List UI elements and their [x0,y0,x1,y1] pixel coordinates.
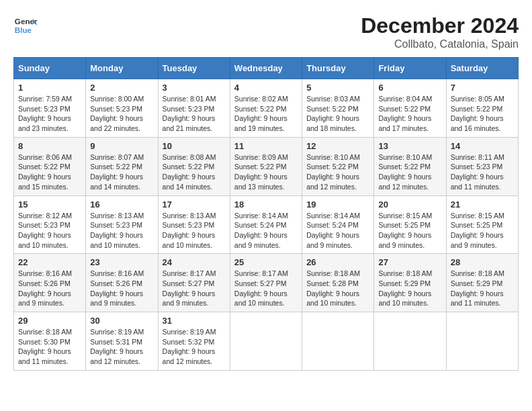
calendar-cell [446,312,518,371]
calendar-cell [374,312,446,371]
day-number: 5 [306,83,369,93]
calendar-cell: 13Sunrise: 8:10 AMSunset: 5:22 PMDayligh… [374,137,446,195]
day-info: Sunrise: 8:13 AMSunset: 5:23 PMDaylight:… [90,211,153,250]
day-info: Sunrise: 8:11 AMSunset: 5:23 PMDaylight:… [451,152,514,192]
day-info: Sunrise: 8:19 AMSunset: 5:32 PMDaylight:… [163,327,226,367]
day-info: Sunrise: 8:14 AMSunset: 5:24 PMDaylight:… [306,211,369,250]
day-info: Sunrise: 8:06 AMSunset: 5:22 PMDaylight:… [18,152,81,192]
calendar-cell: 5Sunrise: 8:03 AMSunset: 5:22 PMDaylight… [302,79,374,138]
header-day-sunday: Sunday [14,58,86,79]
day-info: Sunrise: 8:02 AMSunset: 5:22 PMDaylight:… [234,94,298,134]
title-area: December 2024 Collbato, Catalonia, Spain [361,13,519,50]
day-number: 25 [234,257,298,267]
day-number: 27 [378,257,441,267]
day-number: 31 [163,316,226,326]
day-info: Sunrise: 8:09 AMSunset: 5:22 PMDaylight:… [234,152,298,192]
day-number: 15 [18,199,81,210]
calendar-table: SundayMondayTuesdayWednesdayThursdayFrid… [13,57,519,371]
calendar-cell: 4Sunrise: 8:02 AMSunset: 5:22 PMDaylight… [230,79,302,138]
day-info: Sunrise: 8:12 AMSunset: 5:23 PMDaylight:… [18,211,81,250]
day-number: 16 [90,199,153,210]
header-day-wednesday: Wednesday [230,58,302,79]
day-number: 1 [18,83,81,93]
day-number: 14 [451,141,514,151]
day-info: Sunrise: 8:00 AMSunset: 5:23 PMDaylight:… [90,94,153,134]
calendar-cell: 11Sunrise: 8:09 AMSunset: 5:22 PMDayligh… [230,137,302,195]
calendar-cell: 22Sunrise: 8:16 AMSunset: 5:26 PMDayligh… [14,254,86,312]
calendar-cell: 20Sunrise: 8:15 AMSunset: 5:25 PMDayligh… [374,195,446,254]
day-number: 11 [234,141,298,151]
day-info: Sunrise: 8:18 AMSunset: 5:30 PMDaylight:… [18,327,81,367]
page-header: General Blue December 2024 Collbato, Cat… [13,13,519,50]
header-day-friday: Friday [374,58,446,79]
day-number: 13 [378,141,441,151]
calendar-cell: 30Sunrise: 8:19 AMSunset: 5:31 PMDayligh… [86,312,158,371]
calendar-cell: 17Sunrise: 8:13 AMSunset: 5:23 PMDayligh… [158,195,230,254]
day-number: 4 [234,83,298,93]
calendar-cell: 23Sunrise: 8:16 AMSunset: 5:26 PMDayligh… [86,254,158,312]
logo-icon: General Blue [13,13,38,38]
day-number: 2 [90,83,153,93]
day-number: 24 [163,257,226,267]
day-number: 22 [18,257,81,267]
day-number: 29 [18,316,81,326]
header-day-monday: Monday [86,58,158,79]
day-info: Sunrise: 8:15 AMSunset: 5:25 PMDaylight:… [378,211,441,250]
calendar-cell: 27Sunrise: 8:18 AMSunset: 5:29 PMDayligh… [374,254,446,312]
calendar-cell: 29Sunrise: 8:18 AMSunset: 5:30 PMDayligh… [14,312,86,371]
svg-text:Blue: Blue [15,26,32,34]
calendar-cell: 12Sunrise: 8:10 AMSunset: 5:22 PMDayligh… [302,137,374,195]
day-info: Sunrise: 8:10 AMSunset: 5:22 PMDaylight:… [378,152,441,192]
header-day-thursday: Thursday [302,58,374,79]
day-info: Sunrise: 8:03 AMSunset: 5:22 PMDaylight:… [306,94,369,134]
calendar-cell: 16Sunrise: 8:13 AMSunset: 5:23 PMDayligh… [86,195,158,254]
calendar-cell: 14Sunrise: 8:11 AMSunset: 5:23 PMDayligh… [446,137,518,195]
day-info: Sunrise: 8:16 AMSunset: 5:26 PMDaylight:… [90,269,153,308]
calendar-cell: 6Sunrise: 8:04 AMSunset: 5:22 PMDaylight… [374,79,446,138]
calendar-cell: 31Sunrise: 8:19 AMSunset: 5:32 PMDayligh… [158,312,230,371]
day-info: Sunrise: 8:18 AMSunset: 5:29 PMDaylight:… [378,269,441,308]
day-info: Sunrise: 8:14 AMSunset: 5:24 PMDaylight:… [234,211,298,250]
calendar-cell: 28Sunrise: 8:18 AMSunset: 5:29 PMDayligh… [446,254,518,312]
header-day-tuesday: Tuesday [158,58,230,79]
calendar-cell: 8Sunrise: 8:06 AMSunset: 5:22 PMDaylight… [14,137,86,195]
calendar-cell: 9Sunrise: 8:07 AMSunset: 5:22 PMDaylight… [86,137,158,195]
page-title: December 2024 [361,13,519,38]
calendar-cell: 15Sunrise: 8:12 AMSunset: 5:23 PMDayligh… [14,195,86,254]
day-info: Sunrise: 8:17 AMSunset: 5:27 PMDaylight:… [163,269,226,308]
calendar-cell: 10Sunrise: 8:08 AMSunset: 5:22 PMDayligh… [158,137,230,195]
calendar-cell: 2Sunrise: 8:00 AMSunset: 5:23 PMDaylight… [86,79,158,138]
calendar-week-row: 8Sunrise: 8:06 AMSunset: 5:22 PMDaylight… [14,137,519,195]
logo: General Blue [13,13,38,38]
calendar-cell: 21Sunrise: 8:15 AMSunset: 5:25 PMDayligh… [446,195,518,254]
calendar-week-row: 1Sunrise: 7:59 AMSunset: 5:23 PMDaylight… [14,79,519,138]
header-row: SundayMondayTuesdayWednesdayThursdayFrid… [14,58,519,79]
day-number: 19 [306,199,369,210]
day-number: 21 [451,199,514,210]
calendar-week-row: 29Sunrise: 8:18 AMSunset: 5:30 PMDayligh… [14,312,519,371]
day-number: 3 [163,83,226,93]
day-number: 7 [451,83,514,93]
calendar-week-row: 22Sunrise: 8:16 AMSunset: 5:26 PMDayligh… [14,254,519,312]
calendar-cell: 1Sunrise: 7:59 AMSunset: 5:23 PMDaylight… [14,79,86,138]
day-info: Sunrise: 8:13 AMSunset: 5:23 PMDaylight:… [163,211,226,250]
day-number: 26 [306,257,369,267]
day-info: Sunrise: 8:17 AMSunset: 5:27 PMDaylight:… [234,269,298,308]
day-info: Sunrise: 8:08 AMSunset: 5:22 PMDaylight:… [163,152,226,192]
calendar-cell [230,312,302,371]
day-number: 8 [18,141,81,151]
day-number: 17 [163,199,226,210]
calendar-cell: 7Sunrise: 8:05 AMSunset: 5:22 PMDaylight… [446,79,518,138]
header-day-saturday: Saturday [446,58,518,79]
day-number: 9 [90,141,153,151]
day-number: 20 [378,199,441,210]
day-info: Sunrise: 8:01 AMSunset: 5:23 PMDaylight:… [163,94,226,134]
calendar-week-row: 15Sunrise: 8:12 AMSunset: 5:23 PMDayligh… [14,195,519,254]
calendar-body: 1Sunrise: 7:59 AMSunset: 5:23 PMDaylight… [14,79,519,371]
calendar-cell: 26Sunrise: 8:18 AMSunset: 5:28 PMDayligh… [302,254,374,312]
day-number: 6 [378,83,441,93]
day-number: 12 [306,141,369,151]
day-info: Sunrise: 8:18 AMSunset: 5:29 PMDaylight:… [451,269,514,308]
calendar-cell: 18Sunrise: 8:14 AMSunset: 5:24 PMDayligh… [230,195,302,254]
day-info: Sunrise: 8:05 AMSunset: 5:22 PMDaylight:… [451,94,514,134]
